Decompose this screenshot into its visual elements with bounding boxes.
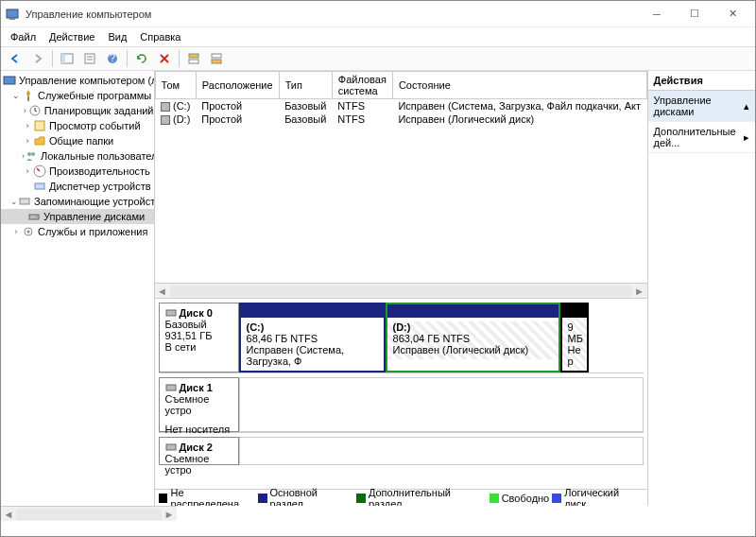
- tree-pane[interactable]: Управление компьютером (л ⌄Служебные про…: [1, 71, 155, 506]
- svg-rect-1: [9, 18, 15, 20]
- menu-file[interactable]: Файл: [5, 29, 42, 44]
- tree-hscroll[interactable]: ◄ ►: [1, 506, 177, 521]
- scroll-right-icon[interactable]: ►: [162, 509, 177, 520]
- tree-devmgr[interactable]: Диспетчер устройств: [1, 179, 154, 194]
- disk-label[interactable]: Диск 0 Базовый 931,51 ГБ В сети: [159, 303, 239, 372]
- tree-root[interactable]: Управление компьютером (л: [1, 73, 154, 88]
- tree-diskmgmt[interactable]: Управление дисками: [1, 209, 154, 224]
- svg-rect-28: [166, 444, 176, 450]
- col-type[interactable]: Тип: [279, 72, 332, 99]
- actions-more[interactable]: Дополнительные дей... ▸: [648, 122, 755, 153]
- tree-scheduler[interactable]: ›Планировщик заданий: [1, 103, 154, 118]
- svg-rect-3: [61, 54, 65, 63]
- svg-rect-0: [7, 9, 18, 18]
- volume-hscroll[interactable]: ◄ ►: [155, 283, 647, 298]
- col-volume[interactable]: Том: [155, 72, 196, 99]
- disk-label[interactable]: Диск 2 Съемное устро: [159, 437, 239, 465]
- view-bottom-button[interactable]: [206, 48, 227, 69]
- back-button[interactable]: [5, 48, 26, 69]
- close-button[interactable]: ✕: [713, 2, 751, 26]
- partition-c[interactable]: (C:) 68,46 ГБ NTFS Исправен (Система, За…: [239, 303, 386, 372]
- tree-perf[interactable]: ›Производительность: [1, 164, 154, 179]
- maximize-button[interactable]: ☐: [676, 2, 713, 26]
- svg-rect-12: [212, 60, 221, 63]
- tree-users[interactable]: ›Локальные пользовател: [1, 148, 154, 164]
- window-title: Управление компьютером: [26, 9, 151, 20]
- legend-swatch-logical: [552, 494, 561, 503]
- main-area: Управление компьютером (л ⌄Служебные про…: [1, 71, 755, 506]
- menubar: Файл Действие Вид Справка: [1, 27, 755, 46]
- col-layout[interactable]: Расположение: [196, 72, 279, 99]
- legend-swatch-unalloc: [159, 494, 168, 503]
- show-hide-tree-button[interactable]: [57, 48, 77, 69]
- menu-view[interactable]: Вид: [102, 29, 132, 44]
- svg-point-17: [27, 152, 31, 156]
- app-icon: [5, 7, 20, 22]
- volume-icon: [161, 115, 170, 125]
- menu-help[interactable]: Справка: [134, 29, 186, 44]
- titlebar: Управление компьютером ─ ☐ ✕: [1, 1, 755, 27]
- tree-services[interactable]: ›Службы и приложения: [1, 224, 154, 239]
- tree-sys-tools[interactable]: ⌄Служебные программы: [1, 88, 154, 103]
- svg-rect-11: [212, 54, 221, 58]
- view-top-button[interactable]: [183, 48, 204, 69]
- svg-rect-9: [189, 54, 198, 58]
- disk-label[interactable]: Диск 1 Съемное устро Нет носителя: [159, 377, 239, 432]
- refresh-button[interactable]: [131, 48, 152, 69]
- actions-section[interactable]: Управление дисками ▴: [648, 91, 755, 122]
- scroll-right-icon[interactable]: ►: [632, 286, 647, 297]
- scroll-left-icon[interactable]: ◄: [155, 286, 170, 297]
- col-fs[interactable]: Файловая система: [332, 72, 392, 99]
- properties-button[interactable]: [79, 48, 100, 69]
- col-status[interactable]: Состояние: [392, 72, 646, 99]
- actions-pane: Действия Управление дисками ▴ Дополнител…: [648, 71, 755, 506]
- actions-header: Действия: [648, 71, 755, 91]
- table-row[interactable]: (C:) Простой Базовый NTFS Исправен (Сист…: [155, 99, 646, 113]
- svg-text:?: ?: [110, 52, 115, 63]
- disk-icon: [165, 382, 177, 393]
- legend-swatch-free: [490, 494, 499, 503]
- legend: Не распределена Основной раздел Дополнит…: [155, 489, 647, 506]
- disk-row: Диск 2 Съемное устро: [159, 437, 644, 465]
- scroll-left-icon[interactable]: ◄: [1, 509, 16, 520]
- menu-action[interactable]: Действие: [43, 29, 100, 44]
- disk-row: Диск 1 Съемное устро Нет носителя: [159, 377, 644, 433]
- volume-table[interactable]: Том Расположение Тип Файловая система Со…: [155, 71, 647, 298]
- disk-icon: [165, 442, 177, 453]
- legend-swatch-ext: [356, 494, 366, 503]
- disk-icon: [165, 307, 177, 319]
- svg-point-25: [27, 231, 30, 234]
- volume-icon: [161, 102, 170, 112]
- disk-graphical-pane[interactable]: Диск 0 Базовый 931,51 ГБ В сети (C:) 68,…: [155, 298, 647, 506]
- chevron-right-icon: ▸: [744, 131, 749, 144]
- svg-rect-13: [4, 77, 15, 84]
- partition-unalloc[interactable]: 9 МБ Не р: [560, 303, 589, 372]
- svg-rect-27: [166, 385, 176, 390]
- forward-button[interactable]: [27, 48, 48, 69]
- svg-rect-21: [20, 199, 29, 204]
- partition-d[interactable]: (D:) 863,04 ГБ NTFS Исправен (Логический…: [386, 303, 560, 372]
- toolbar: ?: [1, 46, 755, 71]
- tree-eventviewer[interactable]: ›Просмотр событий: [1, 118, 154, 133]
- svg-rect-14: [27, 96, 29, 101]
- svg-rect-26: [166, 310, 176, 316]
- tree-shared[interactable]: ›Общие папки: [1, 133, 154, 148]
- table-row[interactable]: (D:) Простой Базовый NTFS Исправен (Логи…: [155, 113, 646, 126]
- tree-storage[interactable]: ⌄Запоминающие устройст: [1, 194, 154, 209]
- delete-button[interactable]: [154, 48, 175, 69]
- help-button[interactable]: ?: [102, 48, 123, 69]
- minimize-button[interactable]: ─: [638, 2, 676, 26]
- svg-point-18: [31, 152, 35, 156]
- collapse-icon: ▴: [744, 100, 749, 113]
- legend-swatch-primary: [258, 494, 267, 503]
- svg-rect-10: [189, 60, 198, 63]
- svg-point-23: [36, 216, 38, 217]
- svg-rect-20: [35, 183, 44, 189]
- svg-rect-4: [85, 54, 94, 63]
- disk-row: Диск 0 Базовый 931,51 ГБ В сети (C:) 68,…: [159, 303, 644, 373]
- center-pane: Том Расположение Тип Файловая система Со…: [155, 71, 648, 506]
- svg-rect-16: [35, 121, 44, 130]
